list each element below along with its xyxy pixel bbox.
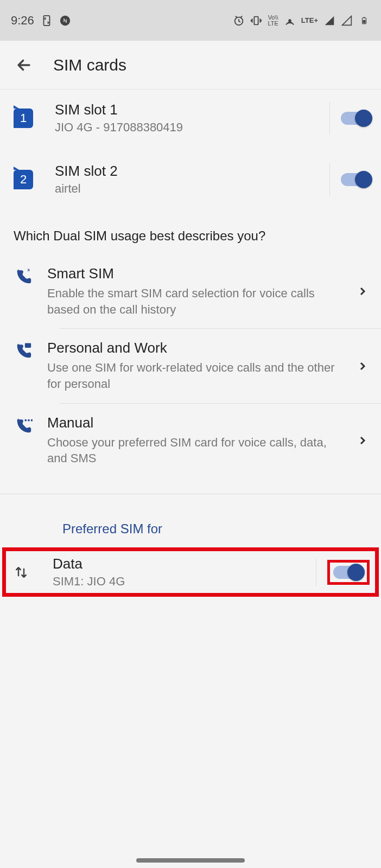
usage-text: Manual Choose your preferred SIM card fo…	[47, 414, 348, 467]
svg-point-12	[31, 419, 33, 422]
usage-desc: Enable the smart SIM card selection for …	[47, 285, 348, 317]
sim-2-sub: airtel	[55, 182, 319, 196]
status-time: 9:26	[11, 14, 34, 28]
sim-2-toggle[interactable]	[341, 173, 370, 186]
status-right: Vo\\LTE LTE+	[233, 15, 370, 27]
svg-point-4	[289, 20, 291, 22]
sim-slot-2-row[interactable]: 2 SIM slot 2 airtel	[0, 146, 381, 212]
usage-manual[interactable]: Manual Choose your preferred SIM card fo…	[0, 404, 381, 477]
chevron-right-icon	[355, 284, 370, 299]
content: 1 SIM slot 1 JIO 4G - 917088380419 2 SIM…	[0, 90, 381, 597]
data-toggle[interactable]	[333, 566, 363, 579]
sim-1-text: SIM slot 1 JIO 4G - 917088380419	[55, 101, 319, 135]
app-bar: SIM cards	[0, 41, 381, 90]
alarm-icon	[233, 15, 245, 27]
svg-point-11	[28, 419, 30, 422]
divider	[329, 163, 330, 196]
preferred-data-row[interactable]: Data SIM1: JIO 4G	[11, 556, 370, 589]
data-arrows-icon	[11, 563, 31, 582]
battery-icon	[358, 15, 370, 27]
divider	[329, 102, 330, 135]
usage-desc: Choose your preferred SIM card for voice…	[47, 435, 348, 467]
sim-slot-1-row[interactable]: 1 SIM slot 1 JIO 4G - 917088380419	[0, 90, 381, 146]
signal-1-icon	[323, 15, 335, 27]
data-toggle-highlight	[327, 560, 370, 585]
phone-sync-icon	[41, 15, 53, 27]
svg-rect-7	[363, 20, 366, 23]
svg-rect-9	[25, 343, 31, 348]
chevron-right-icon	[355, 433, 370, 448]
signal-2-icon	[341, 15, 353, 27]
divider	[316, 559, 316, 586]
status-left: 9:26	[11, 14, 71, 28]
sim-2-badge-icon: 2	[14, 170, 33, 189]
volte-icon: Vo\\LTE	[268, 15, 278, 27]
sim-1-sub: JIO 4G - 917088380419	[55, 120, 319, 135]
sim-1-toggle[interactable]	[341, 112, 370, 125]
sim-2-title: SIM slot 2	[55, 163, 319, 180]
sim-2-text: SIM slot 2 airtel	[55, 163, 319, 196]
usage-desc: Use one SIM for work-related voice calls…	[47, 360, 348, 392]
usage-text: Personal and Work Use one SIM for work-r…	[47, 340, 348, 392]
shazam-icon	[59, 15, 71, 27]
data-title: Data	[53, 556, 305, 572]
data-sub: SIM1: JIO 4G	[53, 575, 305, 589]
usage-title: Smart SIM	[47, 265, 348, 282]
hotspot-icon	[284, 15, 296, 27]
chevron-right-icon	[355, 359, 370, 374]
vibrate-icon	[250, 15, 262, 27]
svg-rect-6	[363, 17, 365, 18]
usage-smart-sim[interactable]: * Smart SIM Enable the smart SIM card se…	[0, 254, 381, 328]
usage-title: Personal and Work	[47, 340, 348, 356]
usage-text: Smart SIM Enable the smart SIM card sele…	[47, 265, 348, 317]
svg-point-1	[60, 15, 70, 25]
phone-briefcase-icon	[14, 342, 33, 361]
svg-text:*: *	[27, 268, 30, 276]
usage-heading: Which Dual SIM usage best describes you?	[0, 212, 381, 254]
svg-rect-3	[255, 16, 258, 24]
sim-1-badge-icon: 1	[14, 108, 33, 128]
svg-point-10	[24, 419, 27, 422]
sim-1-title: SIM slot 1	[55, 101, 319, 118]
page-title: SIM cards	[53, 56, 126, 74]
svg-rect-0	[43, 15, 49, 25]
preferred-heading: Preferred SIM for	[0, 494, 381, 547]
data-highlight-box: Data SIM1: JIO 4G	[2, 547, 379, 597]
back-button[interactable]	[11, 52, 37, 78]
nav-handle[interactable]	[136, 858, 245, 863]
network-label: LTE+	[301, 16, 318, 24]
phone-star-icon: *	[14, 267, 33, 287]
usage-title: Manual	[47, 414, 348, 431]
data-text: Data SIM1: JIO 4G	[53, 556, 305, 589]
status-bar: 9:26 Vo\\LTE LTE+	[0, 0, 381, 41]
usage-personal-work[interactable]: Personal and Work Use one SIM for work-r…	[0, 329, 381, 403]
phone-dots-icon	[14, 417, 33, 436]
